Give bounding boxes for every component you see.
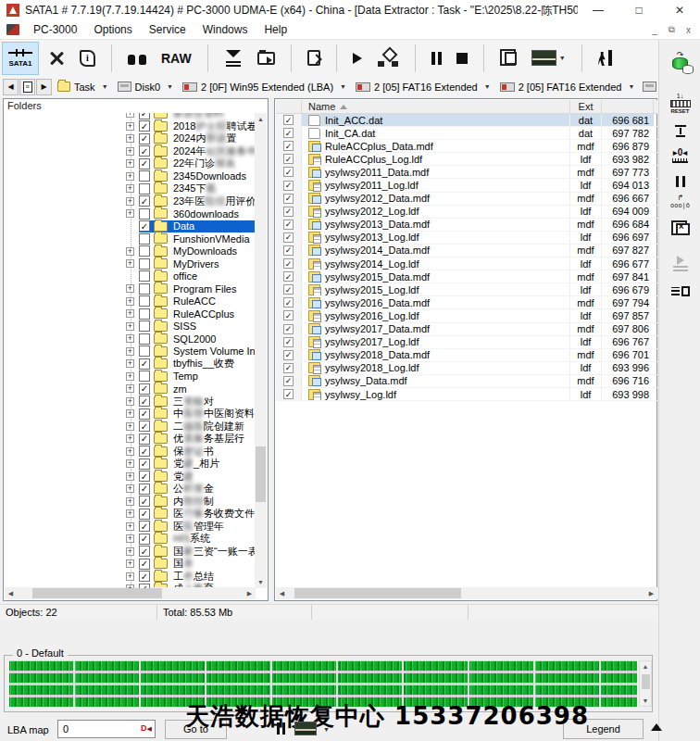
tree-expander-icon[interactable]: + <box>126 134 134 143</box>
file-checkbox[interactable] <box>283 363 294 373</box>
tree-checkbox[interactable] <box>139 421 150 432</box>
file-checkbox[interactable] <box>283 128 294 138</box>
file-checkbox[interactable] <box>283 115 294 125</box>
tree-checkbox[interactable] <box>139 458 150 470</box>
tree-checkbox[interactable] <box>139 345 150 357</box>
file-checkbox[interactable] <box>283 220 294 230</box>
tree-expander-icon[interactable]: + <box>126 484 134 493</box>
name-column-header[interactable]: Name <box>302 100 570 113</box>
file-row[interactable]: ysylwsy2016_Data.mdf mdf 697 794 <box>276 296 657 309</box>
file-checkbox[interactable] <box>283 297 294 308</box>
tree-item[interactable]: + 23年医院信用评价 <box>5 195 256 208</box>
nav-forward-button[interactable]: ▶ <box>36 79 52 95</box>
tree-checkbox[interactable] <box>139 183 150 195</box>
file-checkbox[interactable] <box>283 337 294 347</box>
tree-checkbox[interactable] <box>139 283 150 295</box>
file-checkbox[interactable] <box>283 376 294 386</box>
file-row[interactable]: ysylwsy_Log.ldf ldf 693 998 <box>276 388 657 401</box>
pause-process-button[interactable] <box>659 176 700 187</box>
tree-expander-icon[interactable]: + <box>126 159 134 168</box>
tree-expander-icon[interactable]: + <box>126 509 134 518</box>
file-row[interactable]: ysylwsy2015_Data.mdf mdf 697 841 <box>276 270 657 283</box>
stop-button[interactable] <box>449 43 475 74</box>
scrollbar-thumb[interactable] <box>642 674 650 689</box>
file-row[interactable]: ysylwsy2011_Log.ldf ldf 694 013 <box>276 179 657 192</box>
nav-back-button[interactable]: ◀ <box>3 79 19 95</box>
tree-expander-icon[interactable]: + <box>126 372 134 381</box>
tree-item[interactable]: + MyDrivers <box>5 257 256 270</box>
chevron-down-icon[interactable]: ▼ <box>102 83 108 90</box>
file-row[interactable]: ysylwsy2014_Log.ldf ldf 696 677 <box>276 257 657 270</box>
cancel-copy-button[interactable]: × <box>659 223 700 235</box>
tree-checkbox[interactable] <box>139 484 150 495</box>
tree-item[interactable]: + tbyfhis__收费 <box>5 358 256 370</box>
tree-expander-icon[interactable] <box>126 234 134 243</box>
pause-button[interactable] <box>424 43 449 74</box>
script-log-button[interactable] <box>72 43 103 74</box>
file-row[interactable]: ysylwsy2012_Log.ldf ldf 694 009 <box>276 206 657 219</box>
file-row[interactable]: ysylwsy2012_Data.mdf mdf 696 667 <box>276 193 657 206</box>
tree-checkbox[interactable] <box>139 546 150 557</box>
tree-item[interactable]: + 医院管理年 <box>5 521 256 534</box>
tree-expander-icon[interactable]: + <box>126 322 134 331</box>
tree-expander-icon[interactable]: + <box>126 384 134 393</box>
tree-item[interactable]: + 优质服务基层行 <box>5 433 256 446</box>
tree-expander-icon[interactable] <box>126 272 134 281</box>
tree-expander-icon[interactable]: + <box>126 334 134 343</box>
tree-item[interactable]: + 中医馆中医阁资料 <box>5 408 256 421</box>
scrollbar-thumb[interactable] <box>294 588 461 598</box>
mdi-restore-button[interactable]: ⧉ <box>669 24 675 35</box>
tree-item[interactable]: + 2024年社区服务中心卫生 <box>5 145 256 158</box>
tree-expander-icon[interactable]: + <box>126 113 134 118</box>
tree-expander-icon[interactable]: + <box>126 459 134 468</box>
tree-expander-icon[interactable]: + <box>126 522 134 531</box>
tree-checkbox[interactable] <box>139 496 150 507</box>
tree-checkbox[interactable] <box>139 471 150 482</box>
tree-checkbox[interactable] <box>139 270 150 282</box>
skip-sectors-button[interactable]: ↱ ooo|ō <box>659 195 700 209</box>
tree-checkbox[interactable] <box>139 433 150 445</box>
file-checkbox[interactable] <box>283 154 294 164</box>
file-checkbox[interactable] <box>283 271 294 282</box>
start-button[interactable] <box>345 43 369 74</box>
file-row[interactable]: ysylwsy2017_Log.ldf ldf 696 767 <box>276 336 657 349</box>
tree-expander-icon[interactable]: + <box>126 259 134 268</box>
filter-button[interactable] <box>217 43 250 74</box>
menu-item[interactable]: Service <box>141 23 194 36</box>
tree-checkbox[interactable] <box>139 133 150 144</box>
menu-item[interactable]: Help <box>256 23 295 36</box>
tree-expander-icon[interactable]: + <box>126 309 134 318</box>
folders-vertical-scrollbar[interactable]: ▲ ▼ <box>255 113 267 588</box>
file-row[interactable]: RuleACCplus_Data.mdf mdf 696 879 <box>276 140 657 153</box>
tree-item[interactable]: + 2018护士招聘试卷 <box>5 120 256 133</box>
tree-item[interactable]: + 三资核对 <box>5 396 256 408</box>
tree-expander-icon[interactable]: + <box>126 284 134 293</box>
tree-item[interactable]: + 二级医院创建新 <box>5 421 256 433</box>
size-column-header[interactable] <box>602 100 654 113</box>
tree-expander-icon[interactable]: + <box>126 122 134 131</box>
tree-checkbox[interactable] <box>139 370 150 382</box>
file-row[interactable]: ysylwsy2018_Log.ldf ldf 693 996 <box>276 362 657 375</box>
file-row[interactable]: ysylwsy2018_Data.mdf mdf 696 701 <box>276 349 657 362</box>
tree-expander-icon[interactable]: + <box>126 534 134 543</box>
chevron-down-icon[interactable]: ▼ <box>323 726 330 733</box>
exit-button[interactable] <box>591 43 619 74</box>
tree-checkbox[interactable] <box>139 320 150 332</box>
tree-checkbox[interactable] <box>139 509 150 520</box>
copy-button[interactable] <box>493 43 524 74</box>
file-checkbox[interactable] <box>283 232 294 243</box>
tree-item[interactable]: + 360downloads <box>5 207 256 220</box>
scrollbar-thumb[interactable] <box>256 446 266 502</box>
tree-expander-icon[interactable]: + <box>126 197 134 206</box>
set-marker-button[interactable] <box>659 125 700 137</box>
map-view-button[interactable]: ▼ <box>524 43 573 74</box>
tree-checkbox[interactable] <box>139 258 150 270</box>
tree-checkbox[interactable] <box>139 408 150 420</box>
copy-drive-button[interactable]: ↷ <box>659 53 700 74</box>
breadcrumb-item[interactable]: 2 [05] FAT16 Extended ▼ <box>351 82 495 93</box>
breadcrumb-item[interactable]: Disk0 ▼ <box>113 82 178 93</box>
tree-item[interactable]: + 党建 <box>5 471 256 484</box>
file-row[interactable]: ysylwsy2015_Log.ldf ldf 696 679 <box>276 283 657 296</box>
tree-item[interactable]: + 国库 <box>5 558 256 571</box>
tree-item[interactable]: + RuleACC <box>5 295 256 308</box>
